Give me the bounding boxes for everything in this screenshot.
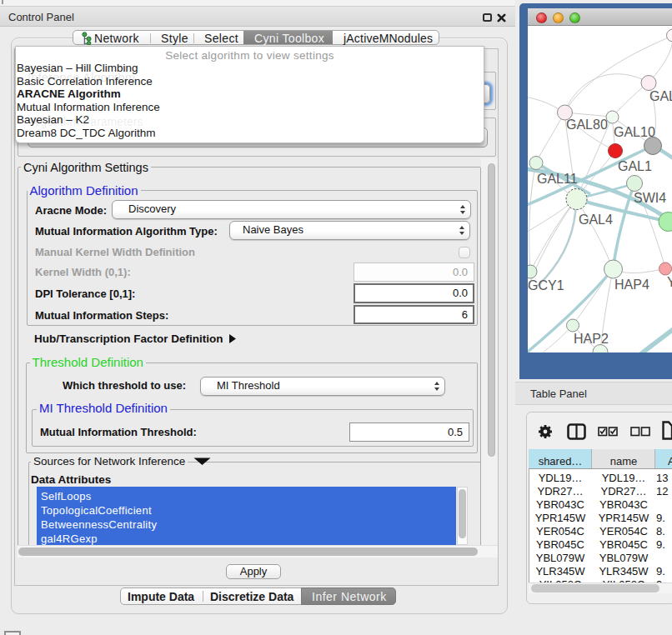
svg-text:GAL1: GAL1 [618, 159, 652, 173]
svg-text:HAP2: HAP2 [574, 332, 609, 346]
svg-text:GAL7: GAL7 [649, 89, 672, 103]
svg-text:GAL11: GAL11 [537, 172, 578, 186]
svg-text:GAL4: GAL4 [579, 212, 613, 227]
svg-text:HAP4: HAP4 [614, 278, 649, 292]
svg-text:GAL80: GAL80 [566, 118, 608, 132]
svg-text:SWI4: SWI4 [634, 191, 666, 205]
svg-text:GCY1: GCY1 [528, 278, 564, 292]
svg-text:GAL10: GAL10 [614, 125, 655, 139]
svg-text:Y: Y [667, 275, 672, 289]
